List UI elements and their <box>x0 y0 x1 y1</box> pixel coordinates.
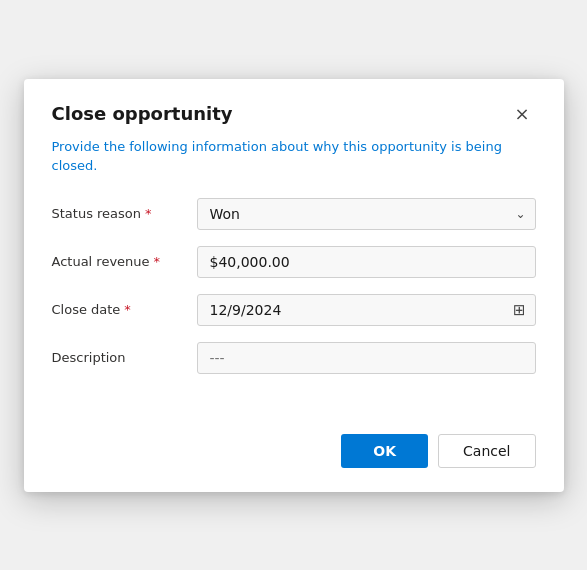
status-reason-label: Status reason * <box>52 206 197 221</box>
status-reason-select-wrapper: Won Lost Canceled Out-Sold ⌄ <box>197 198 536 230</box>
close-button[interactable]: × <box>508 103 535 125</box>
description-label: Description <box>52 350 197 365</box>
close-date-wrapper: ⊞ <box>197 294 536 326</box>
required-star-revenue: * <box>154 254 161 269</box>
description-field <box>197 342 536 374</box>
status-reason-select[interactable]: Won Lost Canceled Out-Sold <box>197 198 536 230</box>
actual-revenue-field <box>197 246 536 278</box>
dialog-overlay: Close opportunity × Provide the followin… <box>0 0 587 570</box>
ok-button[interactable]: OK <box>341 434 428 468</box>
status-reason-field: Won Lost Canceled Out-Sold ⌄ <box>197 198 536 230</box>
description-input[interactable] <box>197 342 536 374</box>
close-opportunity-dialog: Close opportunity × Provide the followin… <box>24 79 564 492</box>
actual-revenue-row: Actual revenue * <box>52 246 536 278</box>
dialog-title: Close opportunity <box>52 103 233 124</box>
close-date-row: Close date * ⊞ <box>52 294 536 326</box>
required-star-status: * <box>145 206 152 221</box>
actual-revenue-label: Actual revenue * <box>52 254 197 269</box>
dialog-subtitle: Provide the following information about … <box>52 137 536 176</box>
status-reason-row: Status reason * Won Lost Canceled Out-So… <box>52 198 536 230</box>
actual-revenue-input[interactable] <box>197 246 536 278</box>
close-date-field: ⊞ <box>197 294 536 326</box>
close-date-input[interactable] <box>197 294 536 326</box>
dialog-footer: OK Cancel <box>52 434 536 468</box>
dialog-header: Close opportunity × <box>52 103 536 125</box>
description-row: Description <box>52 342 536 374</box>
required-star-date: * <box>124 302 131 317</box>
cancel-button[interactable]: Cancel <box>438 434 535 468</box>
close-date-label: Close date * <box>52 302 197 317</box>
